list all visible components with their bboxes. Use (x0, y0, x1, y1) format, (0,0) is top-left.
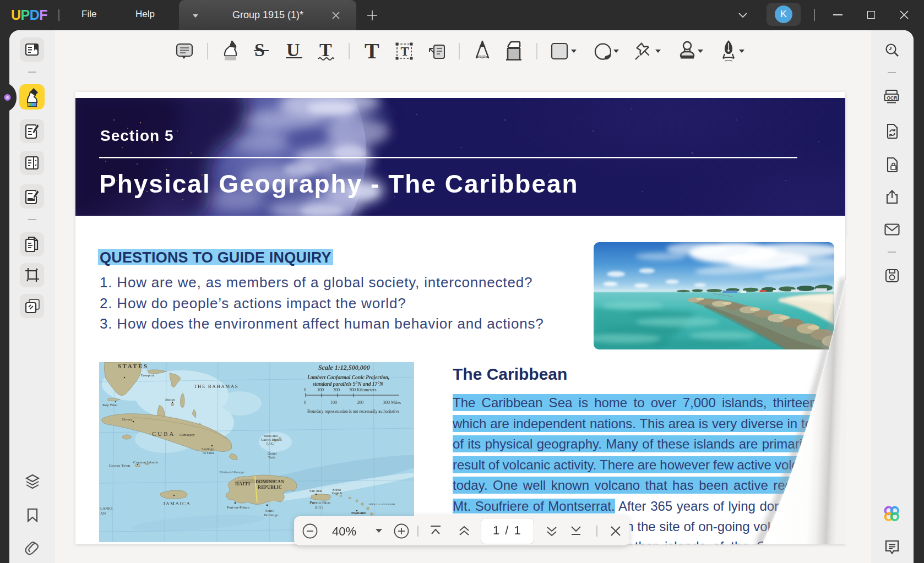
svg-text:OCR: OCR (887, 95, 898, 101)
svg-text:JAMAICA: JAMAICA (163, 501, 191, 506)
svg-text:LANES: LANES (100, 506, 113, 511)
svg-text:Section 5: Section 5 (100, 127, 173, 144)
svg-text:DOMINICAN: DOMINICAN (256, 479, 285, 484)
svg-text:de Cuba: de Cuba (203, 451, 215, 455)
svg-text:Freeport: Freeport (141, 373, 154, 378)
svg-text:Key West: Key West (102, 403, 117, 407)
svg-text:George Town: George Town (109, 463, 130, 468)
svg-text:Virgin Is.: Virgin Is. (331, 491, 343, 495)
svg-text:Boundary representation is not: Boundary representation is not necessari… (307, 409, 400, 414)
svg-text:Windward Passage: Windward Passage (219, 471, 244, 474)
svg-text:Port-au-Prince: Port-au-Prince (227, 505, 249, 510)
svg-text:Santiago: Santiago (202, 447, 214, 451)
svg-text:ANTIGUA AND BARB.: ANTIGUA AND BARB. (368, 503, 395, 506)
svg-text:Turks and: Turks and (263, 434, 278, 438)
svg-text:Grand: Grand (268, 451, 277, 455)
svg-text:THE BAHAMAS: THE BAHAMAS (194, 384, 238, 389)
svg-text:REPUBLIC: REPUBLIC (258, 484, 282, 490)
svg-text:Plymouth: Plymouth (351, 511, 366, 515)
svg-text:standard parallels 9°N and 17°: standard parallels 9°N and 17°N (312, 381, 384, 387)
svg-text:T: T (401, 45, 409, 58)
svg-text:Nassau: Nassau (165, 398, 175, 401)
svg-text:STATES: STATES (118, 363, 149, 369)
svg-text:Turk: Turk (268, 455, 275, 459)
svg-text:100: 100 (330, 400, 337, 405)
svg-text:AN: AN (100, 511, 106, 516)
svg-text:CUBA: CUBA (152, 430, 176, 437)
svg-text:Santo: Santo (265, 509, 274, 513)
svg-text:(U.S.): (U.S.) (315, 506, 323, 510)
svg-text:200: 200 (357, 400, 363, 405)
svg-text:Puerto Rico: Puerto Rico (309, 500, 330, 505)
svg-text:Physical Geography - The Carib: Physical Geography - The Caribbean (99, 170, 579, 198)
svg-text:0: 0 (304, 387, 306, 392)
svg-text:Havana: Havana (122, 418, 133, 421)
svg-text:300 Kilometers: 300 Kilometers (349, 387, 377, 392)
svg-text:Camaguey: Camaguey (180, 433, 195, 436)
svg-text:Cayman Islands: Cayman Islands (133, 460, 158, 464)
svg-text:Caicos Islands: Caicos Islands (261, 438, 282, 441)
svg-text:HAITI: HAITI (235, 481, 251, 487)
svg-text:San Juan: San Juan (309, 489, 323, 493)
svg-text:200: 200 (333, 387, 340, 392)
svg-text:100: 100 (317, 387, 324, 392)
svg-text:300 Miles: 300 Miles (383, 400, 401, 405)
svg-text:(U.K.): (U.K.) (267, 442, 275, 446)
svg-text:Domingo: Domingo (264, 513, 279, 517)
svg-text:0: 0 (304, 400, 306, 405)
svg-text:Lambert Conformal Conic Projec: Lambert Conformal Conic Projection, (307, 375, 389, 380)
svg-text:Scale 1:12,500,000: Scale 1:12,500,000 (318, 364, 370, 371)
